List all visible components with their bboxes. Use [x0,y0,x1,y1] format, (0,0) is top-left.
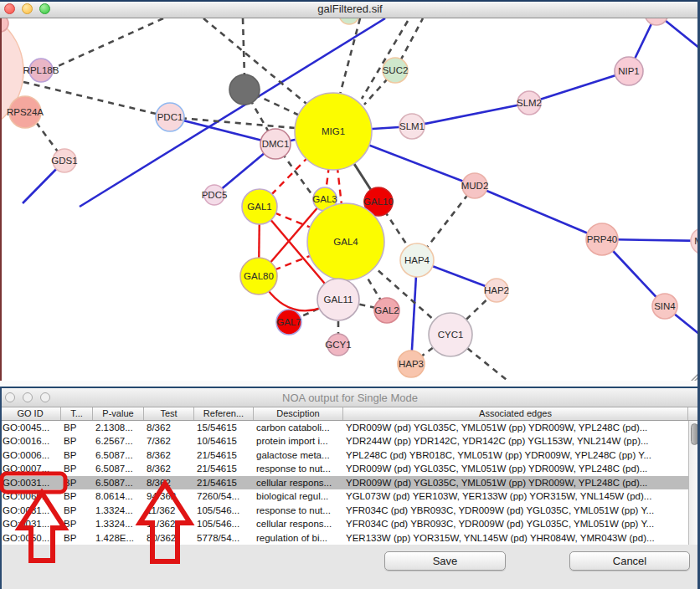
table-row[interactable]: GO:0065...BP8.0614...94/3627260/54...bio… [0,489,700,503]
table-cell: 1.428E... [93,531,144,545]
table-cell: 8/362 [144,421,194,434]
table-cell: GO:0031... [0,504,61,517]
noa-window: NOA output for Single Mode GO IDT...P-va… [0,387,700,589]
table-cell: GO:0031... [0,517,61,530]
table-cell: 6.2567... [93,434,144,448]
network-canvas[interactable]: RPL18BRPS24AGDS1PDC1MIG1DMC1SUC2SLM1SLM2… [0,18,700,381]
table-cell: YDR244W (pp) YDR142C, YDR142C (pp) YGL15… [343,434,688,448]
button-panel: Save Cancel [0,545,700,589]
graph-edge-blue [475,186,602,239]
cancel-button[interactable]: Cancel [569,551,690,571]
table-cell: YDR009W (pd) YGL035C, YML051W (pp) YDR00… [343,476,688,489]
column-header-referen[interactable]: Referen... [194,407,254,420]
table-cell: YPL248C (pd) YBR018C, YML051W (pp) YDR00… [343,448,688,462]
column-header-test[interactable]: Test [144,407,194,420]
table-row[interactable]: GO:0006...BP6.5087...8/36221/54615galact… [0,448,700,462]
table-cell: 105/546... [194,517,254,530]
node-gray[interactable] [229,74,260,105]
table-cell: galactose meta... [254,448,343,462]
table-cell: 21/54615 [194,462,254,475]
table-header: GO IDT...P-valueTestReferen...Desciption… [0,407,700,421]
graph-edge-blue [170,117,275,144]
table-row[interactable]: GO:0050...BP1.428E...80/3625778/54...reg… [0,531,700,545]
network-window-titlebar[interactable]: galFiltered.sif [0,0,700,18]
table-cell: 8/362 [144,462,194,475]
table-cell: 105/546... [194,504,254,517]
node-PDC1-label: PDC1 [157,112,183,122]
node-HAP4-label: HAP4 [404,255,430,265]
graph-edge-blue [529,71,629,103]
table-row[interactable]: GO:0031...BP1.3324...11/362105/546...res… [0,504,700,517]
column-header-go-id[interactable]: GO ID [0,407,61,420]
table-body: GO:0045...BP2.1308...8/36215/54615carbon… [0,421,700,545]
column-header-t[interactable]: T... [61,407,93,420]
table-cell: GO:0007... [0,462,61,475]
window-gap [0,381,700,387]
network-window: galFiltered.sif RPL18BRPS24AGDS1PDC1MIG1… [0,0,700,381]
node-CYC1-label: CYC1 [438,330,464,340]
graph-edge-dash [243,18,244,77]
graph-edge-dash [23,82,170,117]
node-HAP3-label: HAP3 [399,359,424,369]
table-cell: YGL073W (pd) YER103W, YER133W (pp) YOR31… [343,489,688,503]
table-cell: 8/362 [144,476,194,489]
node-corner-tr[interactable] [645,18,668,25]
table-cell: 21/54615 [194,448,254,462]
table-cell: 8.0614... [93,489,144,503]
table-cell: BP [61,517,93,530]
table-cell: GO:0065... [0,489,61,503]
table-cell: YDR009W (pd) YGL035C, YML051W (pp) YDR00… [343,421,688,434]
frame-edge-top [0,0,700,2]
table-cell: cellular respons... [254,476,343,489]
node-MUD2-label: MUD2 [461,181,489,191]
table-cell: 1.3324... [93,504,144,517]
graph-edge-dash [340,18,360,95]
save-button[interactable]: Save [384,551,506,571]
node-GAL7-label: GAL7 [276,317,301,327]
table-cell: 21/54615 [194,476,254,489]
table-row[interactable]: GO:0045...BP2.1308...8/36215/54615carbon… [0,421,700,434]
table-cell: 6.5087... [93,448,144,462]
column-header-desciption[interactable]: Desciption [254,407,343,420]
node-top-green[interactable] [339,18,359,24]
graph-edge-blue [412,103,529,126]
table-cell: 15/54615 [194,421,254,434]
node-MIG1-label: MIG1 [322,126,345,136]
table-cell: 7/362 [144,434,194,448]
table-cell: GO:0045... [0,421,61,434]
table-cell: 1.3324... [93,517,144,530]
table-cell: regulation of bi... [254,531,343,545]
node-RPL18B-label: RPL18B [23,65,59,75]
node-GAL11-label: GAL11 [324,294,353,305]
table-cell: BP [61,434,93,448]
network-graph: RPL18BRPS24AGDS1PDC1MIG1DMC1SUC2SLM1SLM2… [0,18,700,381]
table-cell: biological regul... [254,489,343,503]
table-cell: GO:0016... [0,434,61,448]
column-header-associated-edges[interactable]: Associated edges [343,407,688,420]
table-cell: BP [61,462,93,475]
noa-window-titlebar[interactable]: NOA output for Single Mode [0,388,700,407]
node-PDC5-label: PDC5 [202,190,228,200]
table-cell: response to nut... [254,504,343,517]
node-NIP1-label: NIP1 [618,66,640,76]
node-GCY1-label: GCY1 [325,340,351,350]
table-cell: YDR009W (pd) YGL035C, YML051W (pp) YDR00… [343,462,688,475]
table-cell: response to nut... [254,462,343,475]
column-header-p-value[interactable]: P-value [93,407,144,420]
screenshot-root: galFiltered.sif RPL18BRPS24AGDS1PDC1MIG1… [0,0,700,589]
table-cell: 7260/54... [194,489,254,503]
table-cell: BP [61,531,93,545]
table-row-selected[interactable]: GO:0031...BP6.5087...8/36221/54615cellul… [0,476,700,489]
frame-edge-left-noa [0,387,2,589]
table-cell: 8/362 [144,448,194,462]
table-cell: BP [61,504,93,517]
table-row[interactable]: GO:0031...BP1.3324...11/362105/546...cel… [0,517,700,530]
node-GAL3-label: GAL3 [312,194,337,204]
table-row[interactable]: GO:0016...BP6.2567...7/36210/54615protei… [0,434,700,448]
noa-window-title: NOA output for Single Mode [0,392,700,404]
table-cell: BP [61,489,93,503]
table-row[interactable]: GO:0007...BP6.5087...8/36221/54615respon… [0,462,700,475]
table-cell: YFR034C (pd) YBR093C, YDR009W (pd) YGL03… [343,517,688,530]
node-GAL2-label: GAL2 [374,305,399,315]
node-PRP40-label: PRP40 [587,234,617,244]
